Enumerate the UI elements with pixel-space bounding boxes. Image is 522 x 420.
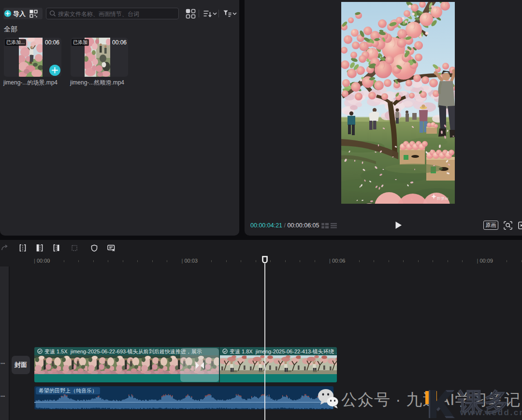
svg-text:即梦AI: 即梦AI: [437, 196, 449, 201]
